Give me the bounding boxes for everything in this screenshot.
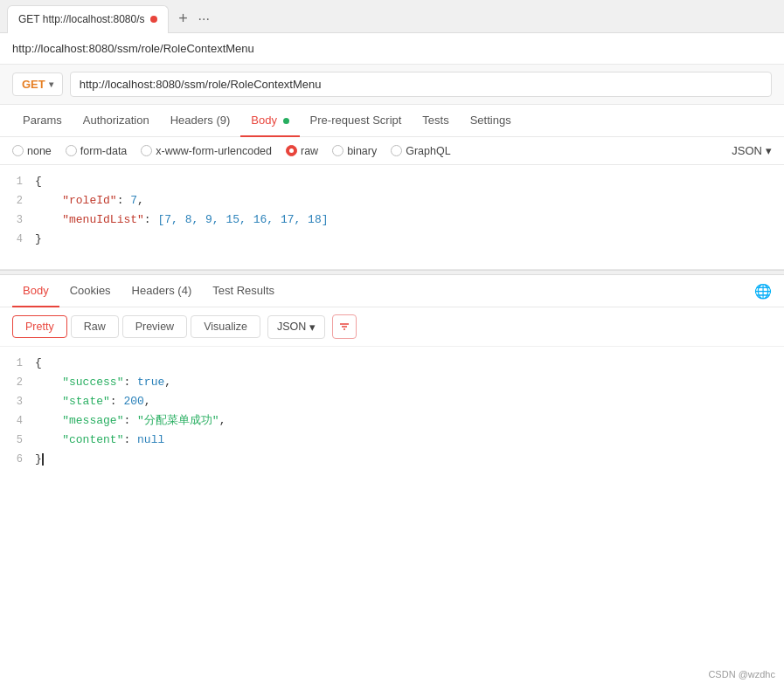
body-options-row: none form-data x-www-form-urlencoded raw… (0, 137, 784, 165)
format-preview[interactable]: Preview (122, 315, 187, 338)
option-none[interactable]: none (12, 145, 52, 157)
format-pretty[interactable]: Pretty (12, 315, 67, 338)
code-line-3: 3 "menuIdList": [7, 8, 9, 15, 16, 17, 18… (0, 210, 784, 230)
resp-code-line-1: 1 { (0, 354, 784, 373)
format-visualize[interactable]: Visualize (191, 315, 260, 338)
radio-form-data[interactable] (66, 145, 77, 156)
tab-add-button[interactable]: + (172, 8, 195, 31)
json-arrow-icon: ▾ (766, 144, 772, 157)
tab-body[interactable]: Body (240, 105, 299, 137)
code-line-2: 2 "roleId": 7, (0, 191, 784, 210)
resp-code-line-3: 3 "state": 200, (0, 392, 784, 411)
method-selector[interactable]: GET ▾ (12, 72, 63, 96)
radio-none[interactable] (12, 145, 24, 156)
url-input[interactable] (70, 72, 772, 97)
format-raw[interactable]: Raw (71, 315, 119, 338)
option-raw[interactable]: raw (286, 145, 318, 157)
response-json-arrow-icon: ▾ (309, 321, 316, 334)
resp-code-line-5: 5 "content": null (0, 431, 784, 450)
response-tab-cookies[interactable]: Cookies (59, 275, 121, 307)
tab-settings[interactable]: Settings (460, 105, 522, 137)
browser-tab[interactable]: GET http://localhost:8080/s (7, 5, 169, 33)
resp-code-line-6: 6 } (0, 450, 784, 469)
tab-headers[interactable]: Headers (9) (160, 105, 241, 137)
code-line-1: 1 { (0, 172, 784, 191)
response-code-viewer: 1 { 2 "success": true, 3 "state": 200, 4… (0, 347, 784, 486)
resp-code-line-4: 4 "message": "分配菜单成功", (0, 411, 784, 431)
body-active-dot (283, 118, 289, 124)
option-form-data[interactable]: form-data (66, 145, 128, 157)
option-binary[interactable]: binary (332, 145, 377, 157)
tab-pre-request[interactable]: Pre-request Script (300, 105, 413, 137)
radio-urlencoded[interactable] (141, 145, 152, 156)
tab-label: GET http://localhost:8080/s (18, 13, 145, 25)
response-tab-nav: Body Cookies Headers (4) Test Results 🌐 (0, 275, 784, 307)
url-display: http://localhost:8080/ssm/role/RoleConte… (12, 42, 254, 55)
json-type-selector[interactable]: JSON ▾ (732, 144, 772, 157)
response-tab-headers[interactable]: Headers (4) (121, 275, 203, 307)
tab-more-button[interactable]: ··· (198, 11, 210, 27)
globe-icon[interactable]: 🌐 (754, 283, 772, 300)
response-format-row: Pretty Raw Preview Visualize JSON ▾ (0, 307, 784, 347)
filter-icon[interactable] (332, 314, 357, 339)
option-graphql[interactable]: GraphQL (391, 145, 450, 157)
method-label: GET (22, 78, 45, 91)
url-bar-area: http://localhost:8080/ssm/role/RoleConte… (0, 33, 784, 65)
code-line-4: 4 } (0, 230, 784, 249)
tab-tests[interactable]: Tests (412, 105, 459, 137)
request-tab-nav: Params Authorization Headers (9) Body Pr… (0, 105, 784, 137)
tab-close-dot[interactable] (150, 16, 157, 23)
response-json-selector[interactable]: JSON ▾ (267, 315, 325, 339)
browser-tab-bar: GET http://localhost:8080/s + ··· (0, 0, 784, 33)
radio-graphql[interactable] (391, 145, 402, 156)
tab-authorization[interactable]: Authorization (73, 105, 160, 137)
response-tab-test-results[interactable]: Test Results (202, 275, 285, 307)
method-arrow-icon: ▾ (49, 79, 53, 89)
request-code-editor[interactable]: 1 { 2 "roleId": 7, 3 "menuIdList": [7, 8… (0, 165, 784, 270)
radio-binary[interactable] (332, 145, 343, 156)
option-urlencoded[interactable]: x-www-form-urlencoded (141, 145, 272, 157)
response-tab-body[interactable]: Body (12, 275, 59, 307)
resp-code-line-2: 2 "success": true, (0, 373, 784, 392)
tab-params[interactable]: Params (12, 105, 73, 137)
request-row: GET ▾ (0, 65, 784, 105)
radio-raw[interactable] (286, 145, 297, 156)
